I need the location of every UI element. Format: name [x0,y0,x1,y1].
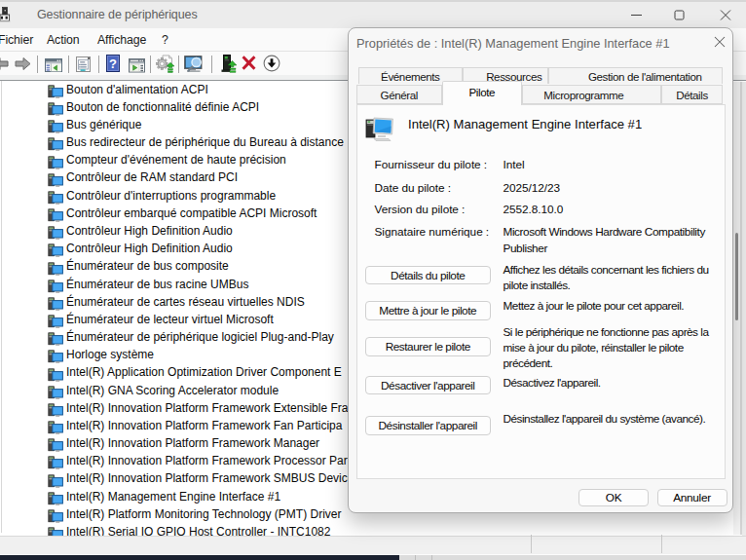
svg-text:?: ? [109,56,117,71]
